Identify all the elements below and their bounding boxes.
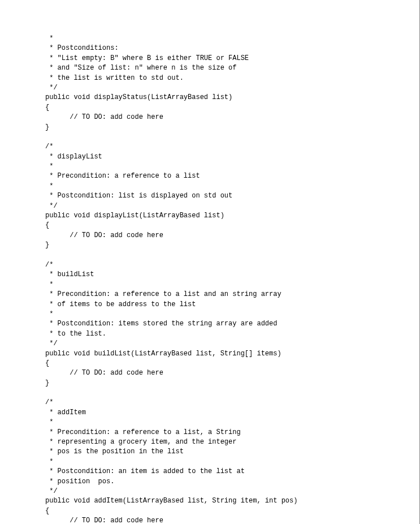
code-block: * * Postconditions: * "List empty: B" wh… (45, 34, 374, 524)
document-page: * * Postconditions: * "List empty: B" wh… (0, 0, 420, 524)
